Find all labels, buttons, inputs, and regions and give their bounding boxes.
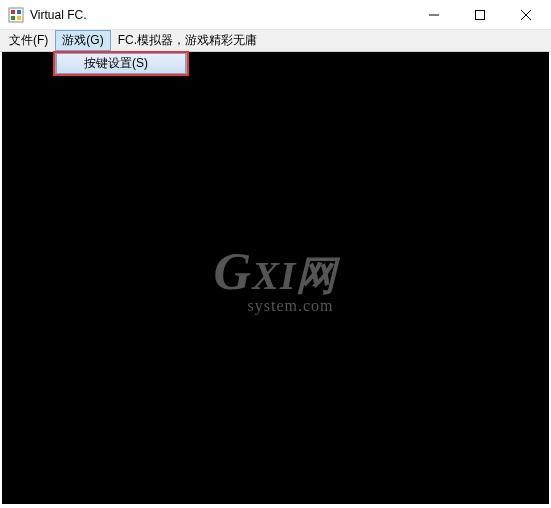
svg-rect-2 — [17, 10, 21, 14]
menu-game[interactable]: 游戏(G) — [55, 30, 110, 51]
titlebar: Virtual FC. — [0, 0, 551, 30]
dropdown-menu: 按键设置(S) — [55, 52, 187, 75]
watermark-main: GXI网 — [214, 242, 338, 303]
svg-rect-3 — [11, 16, 15, 20]
watermark-rest: XI网 — [252, 253, 337, 298]
close-button[interactable] — [503, 0, 549, 29]
app-icon — [8, 7, 24, 23]
svg-rect-4 — [17, 16, 21, 20]
menu-file[interactable]: 文件(F) — [2, 30, 55, 51]
maximize-button[interactable] — [457, 0, 503, 29]
dropdown-item-key-settings[interactable]: 按键设置(S) — [56, 53, 186, 74]
menu-label: 文件(F) — [9, 32, 48, 49]
window-title: Virtual FC. — [30, 8, 411, 22]
dropdown-item-label: 按键设置(S) — [84, 55, 148, 72]
minimize-button[interactable] — [411, 0, 457, 29]
watermark-sub: system.com — [244, 297, 338, 315]
menu-emulator-info[interactable]: FC.模拟器，游戏精彩无庸 — [111, 30, 264, 51]
watermark-g: G — [214, 243, 253, 300]
menubar: 文件(F) 游戏(G) FC.模拟器，游戏精彩无庸 — [0, 30, 551, 52]
svg-rect-1 — [11, 10, 15, 14]
content-area: GXI网 system.com — [2, 52, 549, 504]
menu-label: 游戏(G) — [62, 32, 103, 49]
svg-rect-6 — [476, 10, 485, 19]
window-controls — [411, 0, 549, 29]
menu-label: FC.模拟器，游戏精彩无庸 — [118, 32, 257, 49]
watermark: GXI网 system.com — [214, 242, 338, 315]
